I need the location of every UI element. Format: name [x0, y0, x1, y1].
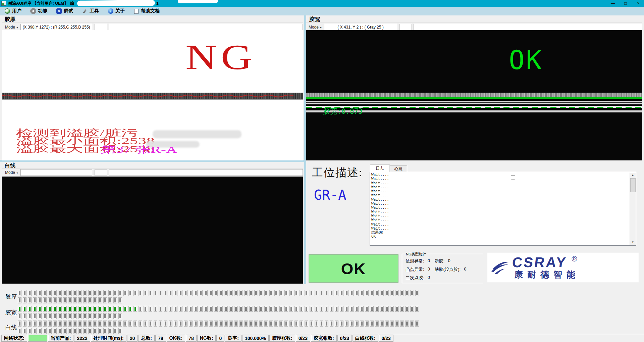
logo-brand-text: CSRAY	[512, 256, 568, 269]
scroll-down-icon[interactable]: ▼	[630, 240, 636, 245]
result-text-ok: OK	[509, 47, 543, 73]
scrollbar-thumb[interactable]	[630, 178, 636, 192]
grid-cell-empty	[189, 321, 193, 327]
log-lines: Wait....Wait....Wait....Wait....Wait....…	[371, 173, 389, 239]
small-field-width[interactable]	[399, 24, 412, 31]
mode-dropdown-whiteline[interactable]: Mode	[5, 169, 18, 176]
grid-cell-empty	[93, 321, 97, 327]
menu-item-4[interactable]: 工具	[82, 8, 99, 14]
grid-cell-empty	[88, 328, 92, 334]
grid-cell-empty	[23, 328, 26, 334]
grid-cell-empty	[274, 321, 278, 327]
grid-cell-empty	[400, 290, 404, 296]
log-checkbox[interactable]	[511, 176, 515, 180]
close-button[interactable]: ×	[635, 0, 642, 6]
grid-cell-empty	[340, 290, 343, 296]
grid-cell-empty	[103, 297, 107, 303]
grid-cell-empty	[63, 328, 67, 334]
status-value: 78	[155, 335, 166, 342]
grid-cell-empty	[249, 306, 253, 312]
grid-cell-empty	[18, 321, 21, 327]
mode-label: Mode	[5, 170, 15, 175]
grid-group-1: 胶厚	[0, 290, 644, 303]
pixel-readout-thickness[interactable]: (X 398,Y 1272) : (R 255,G 255,B 255)	[20, 24, 92, 31]
grid-cell-empty	[355, 321, 359, 327]
grid-cell-empty	[58, 297, 62, 303]
grid-cell-empty	[98, 321, 102, 327]
grid-cell-empty	[264, 290, 268, 296]
grid-cell-empty	[123, 321, 127, 327]
image-view-thickness[interactable]: NG 检测到溢胶/脏污溢胶最小面积:2538溢胶最大面积:2538 第37 张R…	[2, 30, 303, 160]
long-field-width[interactable]	[414, 24, 642, 31]
menu-item-1[interactable]: 用户	[5, 8, 21, 14]
grid-cell-empty	[48, 290, 52, 296]
overall-result-button[interactable]: OK	[309, 254, 398, 283]
ng-stat-row: 凸点异常:0	[406, 266, 430, 273]
grid-cell-empty	[118, 297, 122, 303]
tab-log[interactable]: 日志	[370, 164, 389, 172]
grid-cell-empty	[385, 321, 389, 327]
grid-cell-empty	[340, 321, 343, 327]
grid-cell-empty	[224, 306, 228, 312]
grid-group-3: 白线	[0, 321, 644, 334]
grid-cell-empty	[380, 321, 384, 327]
grid-cell-empty	[204, 321, 208, 327]
grid-cell-empty	[305, 290, 308, 296]
grid-cell-empty	[310, 290, 313, 296]
status-value: 78	[186, 335, 197, 342]
grid-cell-empty	[63, 321, 67, 327]
grid-cell-empty	[154, 290, 157, 296]
grid-cell-empty	[184, 306, 187, 312]
ng-stat-label: 断胶:	[435, 258, 445, 264]
grid-cell-empty	[118, 328, 122, 334]
status-label: 总数:	[138, 335, 155, 342]
grid-cell-empty	[23, 321, 26, 327]
tab-heartbeat[interactable]: 心跳	[390, 165, 407, 172]
menu-item-2[interactable]: 功能	[31, 8, 47, 14]
long-field-thickness[interactable]	[109, 24, 303, 31]
maximize-button[interactable]: □	[622, 0, 629, 6]
production-grid-area: 胶厚胶宽白线	[0, 287, 644, 334]
ng-stat-value: 0	[428, 258, 430, 264]
grid-cell-empty	[204, 290, 208, 296]
log-scrollbar[interactable]: ▲ ▼	[630, 173, 636, 245]
grid-cell-empty	[239, 306, 243, 312]
grid-cell-empty	[365, 290, 369, 296]
grid-cell-empty	[330, 290, 333, 296]
grid-cell-filled	[63, 306, 67, 312]
image-view-width[interactable]: OK 胶宽:0.873	[306, 30, 642, 160]
grid-cell-empty	[370, 306, 374, 312]
grid-cell-empty	[365, 306, 369, 312]
menu-item-6[interactable]: 帮助文档	[134, 8, 160, 14]
menu-item-3[interactable]: 调试	[56, 8, 73, 14]
long-field-whiteline[interactable]	[109, 169, 303, 176]
grid-cell-empty	[88, 290, 92, 296]
grid-cell-empty	[103, 313, 107, 319]
log-line: Wait....	[371, 177, 389, 181]
grid-cell-empty	[48, 313, 52, 319]
mode-dropdown-width[interactable]: Mode	[309, 24, 322, 30]
image-view-whiteline[interactable]	[2, 177, 303, 284]
minimize-button[interactable]: —	[609, 0, 616, 6]
grid-cell-empty	[320, 290, 323, 296]
grid-cell-empty	[234, 290, 238, 296]
log-line: OK	[371, 235, 389, 239]
grid-cell-empty	[88, 321, 92, 327]
small-field-whiteline[interactable]	[95, 169, 107, 176]
grid-cell-empty	[113, 321, 117, 327]
grid-cell-empty	[294, 290, 298, 296]
grid-cell-empty	[229, 290, 233, 296]
log-listbox[interactable]: Wait....Wait....Wait....Wait....Wait....…	[370, 172, 636, 246]
grid-cell-empty	[33, 290, 37, 296]
scroll-up-icon[interactable]: ▲	[630, 173, 636, 178]
small-field-thickness[interactable]	[95, 24, 107, 31]
grid-cell-filled	[83, 306, 87, 312]
grid-cell-empty	[113, 328, 117, 334]
mode-dropdown-thickness[interactable]: Mode	[5, 24, 18, 30]
menu-item-5[interactable]: 关于	[108, 8, 125, 14]
grid-cell-empty	[380, 306, 384, 312]
grid-cell-empty	[224, 290, 228, 296]
grid-cell-empty	[169, 290, 172, 296]
pixel-readout-width[interactable]: ( X 431, Y 2 ) : ( Gray 25 )	[324, 24, 397, 31]
pixel-readout-whiteline[interactable]	[20, 169, 92, 176]
